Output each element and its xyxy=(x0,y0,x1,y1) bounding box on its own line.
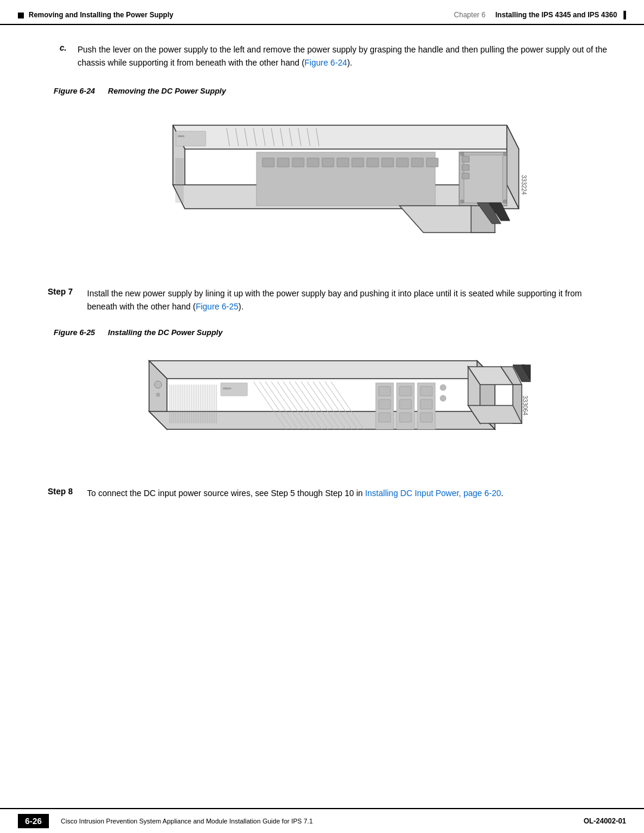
step-7-label: Step 7 xyxy=(48,287,78,314)
step-8-text: To connect the DC input power source wir… xyxy=(87,487,503,500)
svg-rect-25 xyxy=(464,155,503,203)
footer-doc-number: OL-24002-01 xyxy=(584,817,626,825)
svg-rect-106 xyxy=(420,386,432,396)
svg-point-56 xyxy=(156,393,160,397)
page-footer: 6-26 Cisco Intrusion Prevention System A… xyxy=(0,808,644,833)
step-8-text-after: . xyxy=(501,488,503,498)
svg-rect-34 xyxy=(262,158,274,167)
step-c-text: Push the lever on the power supply to th… xyxy=(78,43,608,70)
figure-25-number: Figure 6-25 xyxy=(54,328,95,337)
svg-point-55 xyxy=(154,381,162,388)
figure-24-title: Removing the DC Power Supply xyxy=(108,86,226,95)
svg-rect-44 xyxy=(411,158,423,167)
header-section-title: Removing and Installing the Power Supply xyxy=(29,11,174,19)
step-c-label: c. xyxy=(60,43,70,70)
svg-rect-27 xyxy=(462,165,469,171)
svg-rect-107 xyxy=(379,400,391,409)
svg-text:cisco: cisco xyxy=(223,386,231,390)
header-bullet-icon xyxy=(18,13,24,18)
svg-rect-109 xyxy=(420,400,432,409)
figure-25-container: Figure 6-25 Installing the DC Power Supp… xyxy=(48,328,608,470)
step-7-text: Install the new power supply by lining i… xyxy=(87,287,608,314)
svg-rect-110 xyxy=(379,413,391,422)
svg-rect-41 xyxy=(367,158,379,167)
figure-24-container: Figure 6-24 Removing the DC Power Supply xyxy=(48,86,608,270)
svg-point-31 xyxy=(460,200,464,203)
figure-24-link[interactable]: Figure 6-24 xyxy=(305,58,348,67)
svg-rect-26 xyxy=(462,156,469,162)
figure-25-caption: Figure 6-25 Installing the DC Power Supp… xyxy=(48,328,608,337)
header-left: Removing and Installing the Power Supply xyxy=(18,11,174,19)
step-7-text-before: Install the new power supply by lining i… xyxy=(87,289,582,311)
svg-text:333224: 333224 xyxy=(521,175,527,195)
step-7-container: Step 7 Install the new power supply by l… xyxy=(48,287,608,314)
svg-rect-36 xyxy=(292,158,304,167)
svg-rect-111 xyxy=(400,413,411,422)
svg-point-113 xyxy=(440,385,446,391)
svg-rect-40 xyxy=(352,158,364,167)
svg-rect-43 xyxy=(397,158,408,167)
step-8-label: Step 8 xyxy=(48,487,78,500)
figure-24-image-area: cisco xyxy=(125,101,531,268)
page-header: Removing and Installing the Power Supply… xyxy=(0,0,644,25)
svg-rect-35 xyxy=(277,158,289,167)
svg-rect-28 xyxy=(462,173,469,179)
figure-24-number: Figure 6-24 xyxy=(54,86,95,95)
figure-25-image-area: cisco xyxy=(125,343,531,468)
svg-point-30 xyxy=(503,152,507,156)
svg-rect-38 xyxy=(322,158,334,167)
figure-25-link[interactable]: Figure 6-25 xyxy=(196,302,239,311)
step-8-container: Step 8 To connect the DC input power sou… xyxy=(48,487,608,500)
svg-point-114 xyxy=(440,395,446,401)
figure-25-title: Installing the DC Power Supply xyxy=(108,328,222,337)
svg-point-29 xyxy=(460,152,464,156)
page-content: c. Push the lever on the power supply to… xyxy=(0,25,644,532)
figure-25-svg: cisco xyxy=(125,343,531,468)
step-8-text-before: To connect the DC input power source wir… xyxy=(87,488,365,498)
svg-point-32 xyxy=(503,200,507,203)
figure-24-caption: Figure 6-24 Removing the DC Power Supply xyxy=(48,86,608,95)
dc-input-power-link[interactable]: Installing DC Input Power, page 6-20 xyxy=(365,488,501,498)
step-c-container: c. Push the lever on the power supply to… xyxy=(48,43,608,70)
step-c-text-after: ). xyxy=(347,58,352,67)
svg-marker-51 xyxy=(149,361,495,379)
svg-rect-37 xyxy=(307,158,319,167)
header-right: Chapter 6 Installing the IPS 4345 and IP… xyxy=(454,11,626,19)
svg-rect-112 xyxy=(420,413,432,422)
svg-rect-45 xyxy=(426,158,438,167)
footer-doc-title: Cisco Intrusion Prevention System Applia… xyxy=(61,817,313,825)
footer-left: 6-26 Cisco Intrusion Prevention System A… xyxy=(18,814,313,828)
svg-marker-0 xyxy=(173,125,519,149)
header-chapter-label: Chapter 6 xyxy=(454,11,485,19)
svg-text:333064: 333064 xyxy=(522,395,528,416)
header-doc-title: Installing the IPS 4345 and IPS 4360 xyxy=(496,11,617,19)
svg-rect-104 xyxy=(379,386,391,396)
svg-rect-105 xyxy=(400,386,411,396)
svg-rect-42 xyxy=(382,158,394,167)
svg-rect-39 xyxy=(337,158,349,167)
page-number: 6-26 xyxy=(18,814,49,828)
svg-text:cisco: cisco xyxy=(178,134,185,138)
svg-rect-15 xyxy=(176,131,206,146)
step-7-text-after: ). xyxy=(239,302,244,311)
svg-rect-108 xyxy=(400,400,411,409)
figure-24-svg: cisco xyxy=(125,101,531,268)
